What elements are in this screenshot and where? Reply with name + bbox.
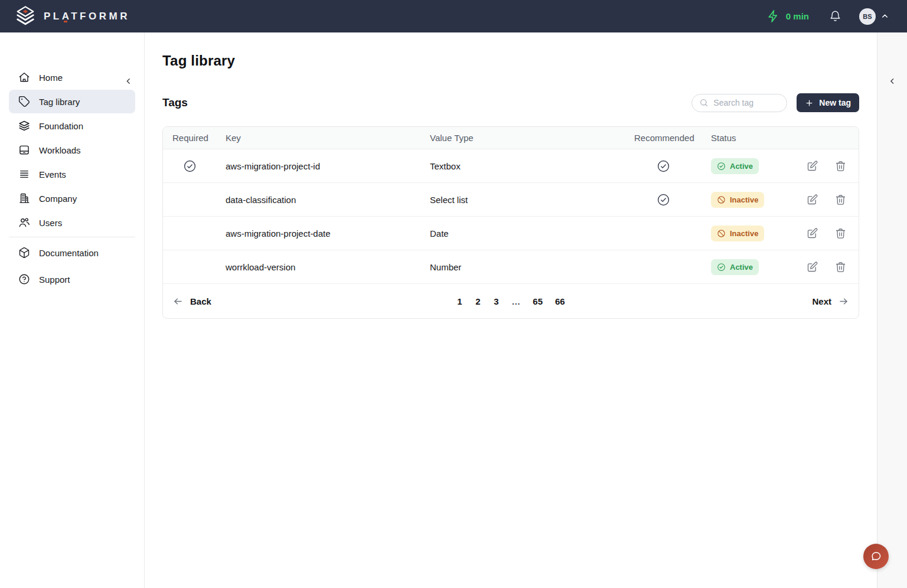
- sidebar-item-foundation[interactable]: Foundation: [9, 114, 135, 138]
- page-1[interactable]: 1: [456, 296, 462, 306]
- col-value-type: Value Type: [420, 133, 625, 143]
- status-inactive-icon: [717, 195, 726, 204]
- usage-indicator: 0 min: [766, 9, 809, 23]
- sidebar-item-documentation[interactable]: Documentation: [9, 241, 135, 264]
- topbar-right: 0 min BS: [766, 8, 889, 25]
- edit-button[interactable]: [806, 261, 818, 273]
- tag-key: data-classification: [216, 195, 420, 205]
- account-menu-button[interactable]: [880, 12, 889, 21]
- tags-actions: New tag: [691, 93, 859, 112]
- delete-button[interactable]: [834, 160, 847, 172]
- table-row: aws-migration-project-id Textbox Active: [163, 149, 859, 183]
- main-content: Tag library Tags New tag Required Key Va…: [145, 32, 877, 588]
- brand-name: PLATFORMR: [44, 10, 130, 22]
- next-button[interactable]: Next: [812, 296, 849, 307]
- sidebar-item-workloads[interactable]: Workloads: [9, 138, 135, 162]
- edit-icon: [806, 160, 818, 172]
- delete-button[interactable]: [834, 194, 847, 206]
- recommended-check-icon: [657, 159, 670, 173]
- tag-key: aws-migration-project-date: [216, 228, 420, 239]
- drive-icon: [18, 144, 30, 156]
- plus-icon: [805, 99, 814, 107]
- sidebar-item-events[interactable]: Events: [9, 162, 135, 186]
- edit-button[interactable]: [806, 160, 818, 172]
- delete-button[interactable]: [834, 227, 847, 240]
- sidebar-item-company[interactable]: Company: [9, 187, 135, 210]
- arrow-left-icon: [172, 296, 184, 307]
- sidebar-item-home[interactable]: Home: [9, 66, 135, 89]
- usage-text: 0 min: [786, 11, 809, 21]
- chevron-left-icon: [889, 77, 896, 85]
- search-icon: [699, 98, 709, 107]
- brand-logo: PLATFORMR: [14, 5, 130, 28]
- pagination: Back 123…6566 Next: [163, 284, 859, 318]
- rail-collapse-button[interactable]: [886, 75, 899, 89]
- chevron-left-icon: [125, 77, 132, 85]
- avatar[interactable]: BS: [859, 8, 876, 25]
- brand-accent: [64, 21, 67, 22]
- arrow-right-icon: [838, 296, 849, 307]
- page-2[interactable]: 2: [475, 296, 481, 306]
- back-label: Back: [190, 296, 211, 306]
- section-title: Tags: [162, 96, 188, 109]
- back-button[interactable]: Back: [172, 296, 211, 307]
- table-row: aws-migration-project-date Date Inactive: [163, 217, 859, 250]
- page-65[interactable]: 65: [533, 296, 543, 306]
- tag-value-type: Textbox: [420, 161, 625, 171]
- chat-button[interactable]: [863, 544, 889, 569]
- edit-button[interactable]: [806, 194, 818, 206]
- home-icon: [18, 71, 30, 83]
- sidebar-item-users[interactable]: Users: [9, 211, 135, 234]
- trash-icon: [834, 160, 847, 172]
- trash-icon: [834, 194, 847, 206]
- chevron-up-icon: [880, 12, 889, 21]
- col-key: Key: [216, 133, 420, 143]
- avatar-initials: BS: [863, 13, 872, 20]
- tag-key: worrkload-version: [216, 262, 420, 272]
- required-check-icon: [183, 159, 197, 173]
- sidebar: Home Tag library Foundation Workloads Ev…: [0, 32, 145, 588]
- status-badge: Inactive: [711, 192, 764, 208]
- new-tag-button[interactable]: New tag: [797, 93, 859, 112]
- search-box: [691, 94, 787, 112]
- topbar: PLATFORMR 0 min BS: [0, 0, 907, 32]
- delete-button[interactable]: [834, 261, 847, 273]
- users-icon: [18, 217, 30, 228]
- status-badge: Active: [711, 259, 759, 275]
- new-tag-label: New tag: [819, 98, 851, 107]
- sidebar-item-support[interactable]: Support: [9, 267, 135, 291]
- recommended-check-icon: [657, 193, 670, 207]
- table-row: worrkload-version Number Active: [163, 250, 859, 284]
- edit-icon: [806, 194, 818, 206]
- col-status: Status: [702, 133, 805, 143]
- status-inactive-icon: [717, 229, 726, 238]
- notifications-button[interactable]: [829, 10, 841, 22]
- tag-value-type: Date: [420, 228, 625, 239]
- building-icon: [18, 192, 30, 204]
- sidebar-footer-nav: Documentation Support: [0, 241, 144, 291]
- page-3[interactable]: 3: [493, 296, 499, 306]
- bell-icon: [829, 10, 841, 22]
- trash-icon: [834, 227, 847, 240]
- platformr-logo-icon: [14, 5, 37, 28]
- tag-key: aws-migration-project-id: [216, 161, 420, 171]
- edit-button[interactable]: [806, 227, 818, 240]
- table-row: data-classification Select list Inactive: [163, 183, 859, 217]
- layers-icon: [18, 120, 30, 132]
- tags-table: Required Key Value Type Recommended Stat…: [162, 126, 859, 319]
- rows-icon: [18, 168, 30, 180]
- page-numbers: 123…6566: [456, 296, 565, 306]
- sidebar-nav: Home Tag library Foundation Workloads Ev…: [0, 66, 144, 234]
- sidebar-collapse-button[interactable]: [122, 75, 135, 89]
- sidebar-item-tag-library[interactable]: Tag library: [9, 90, 135, 113]
- tag-value-type: Select list: [420, 195, 625, 205]
- page-66[interactable]: 66: [555, 296, 565, 306]
- status-badge: Active: [711, 158, 759, 174]
- help-circle-icon: [18, 273, 30, 285]
- edit-icon: [806, 227, 818, 240]
- col-required: Required: [163, 133, 216, 143]
- search-input[interactable]: [713, 98, 779, 107]
- chat-bubble-icon: [869, 550, 883, 563]
- tag-icon: [18, 96, 30, 107]
- page-ellipsis: …: [511, 296, 520, 306]
